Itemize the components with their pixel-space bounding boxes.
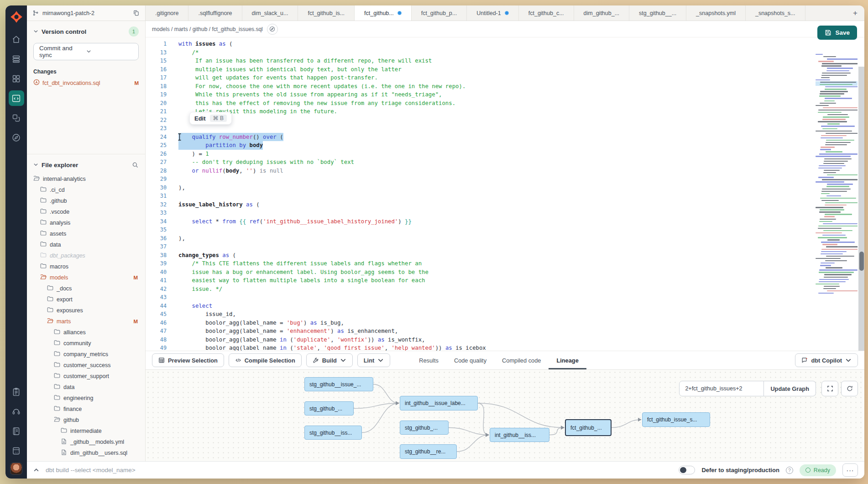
editor-tab[interactable]: .gitignore (146, 5, 188, 21)
code-line[interactable]: 18 For now, choose the one with more rec… (146, 82, 810, 91)
file-tree-item[interactable]: engineering (33, 393, 139, 404)
code-line[interactable]: 21 Let's revisit this modeling in the fu… (146, 107, 810, 116)
editor-tab[interactable]: .sqlfluffignore (188, 5, 242, 21)
new-tab-button[interactable]: + (846, 5, 864, 21)
file-tree-item[interactable]: _github__models.yml (33, 437, 139, 447)
chevron-up-icon[interactable] (33, 467, 39, 473)
help-support-icon[interactable] (9, 404, 24, 419)
file-tree-item[interactable]: alliances (33, 327, 139, 338)
file-tree-item[interactable]: modelsM (33, 272, 139, 283)
editor-tab[interactable]: _snapshots.yml (686, 5, 746, 21)
file-tree-item[interactable]: analysis (33, 217, 139, 228)
file-tree-item[interactable]: community (33, 338, 139, 349)
command-input[interactable]: dbt build --select <model_name> (46, 467, 672, 473)
code-line[interactable]: 39 /* This CTE flattens the different is… (146, 259, 810, 268)
file-explorer-header[interactable]: File explorer (33, 161, 139, 169)
lineage-node[interactable]: stg_github__issue_... (304, 377, 373, 391)
file-tree-item[interactable]: macros (33, 261, 139, 272)
code-line[interactable]: 33 (146, 209, 810, 217)
editor-tab[interactable]: Untitled-1 (467, 5, 519, 21)
file-tree-item[interactable]: customer_success (33, 360, 139, 371)
file-tree-item[interactable]: _docs (33, 283, 139, 294)
scrollbar-thumb[interactable] (859, 252, 864, 271)
copy-branch-icon[interactable] (133, 10, 140, 16)
code-line[interactable]: 35 (146, 226, 810, 234)
documentation-icon[interactable] (9, 423, 24, 439)
code-line[interactable]: 20 this has the effect of removing the n… (146, 99, 810, 108)
file-tree-item[interactable]: internal-analytics (33, 174, 139, 184)
minimap[interactable] (816, 54, 858, 310)
lineage-node[interactable]: int_github__issue_labe... (400, 396, 478, 410)
organization-icon[interactable] (9, 443, 24, 458)
version-control-header[interactable]: Version control 1 (33, 26, 139, 37)
lineage-node[interactable]: stg_github__iss... (304, 426, 362, 440)
editor-tab[interactable]: fct_github_is... (298, 5, 355, 21)
file-tree-item[interactable]: github (33, 415, 139, 426)
deploy-icon[interactable] (9, 51, 24, 67)
code-line[interactable]: 36), (146, 234, 810, 243)
lineage-selector-input[interactable] (679, 381, 764, 396)
dbt-logo-icon[interactable] (9, 9, 24, 25)
search-icon[interactable] (132, 162, 139, 168)
tab-lineage[interactable]: Lineage (549, 351, 586, 369)
code-line[interactable]: 19 While this prevents the old issue fro… (146, 90, 810, 99)
build-button[interactable]: Build (306, 353, 353, 367)
code-line[interactable]: 23 (146, 124, 810, 133)
file-tree-item[interactable]: .vscode (33, 206, 139, 217)
help-icon[interactable]: ? (786, 467, 793, 474)
code-line[interactable]: 31 (146, 192, 810, 200)
preview-selection-button[interactable]: Preview Selection (152, 353, 224, 367)
changed-file-item[interactable]: fct_dbt_invocations.sqlM (33, 79, 139, 87)
code-line[interactable]: 24 qualify row_number() over ( (146, 133, 810, 142)
editor-tab[interactable]: fct_github_c... (519, 5, 574, 21)
git-branch-chip[interactable]: mirnawong1-patch-2 (27, 5, 146, 21)
code-ide-icon[interactable] (9, 90, 24, 106)
file-tree-item[interactable]: .ci_cd (33, 184, 139, 195)
code-line[interactable]: 17 will get updates for events that happ… (146, 74, 810, 82)
file-tree-item[interactable]: export (33, 294, 139, 305)
code-line[interactable]: 16 multiple issues with identical body t… (146, 65, 810, 74)
explore-icon[interactable] (9, 130, 24, 145)
fullscreen-icon[interactable] (821, 381, 838, 396)
lint-button[interactable]: Lint (357, 353, 390, 367)
refresh-icon[interactable] (841, 381, 858, 396)
editor-tab[interactable]: _snapshots_s... (746, 5, 805, 21)
tab-compiled-code[interactable]: Compiled code (494, 351, 549, 369)
user-avatar[interactable] (10, 463, 22, 475)
file-tree-item[interactable]: .github (33, 195, 139, 206)
file-tree-item[interactable]: dim_github__users.sql (33, 447, 139, 458)
lineage-node[interactable]: fct_github_issue_s... (642, 412, 710, 427)
code-line[interactable]: 25 partition by body (146, 141, 810, 150)
file-tree-item[interactable]: finance (33, 404, 139, 415)
editor-tab[interactable]: stg_github__... (629, 5, 686, 21)
code-line[interactable]: 42 issue. */ (146, 285, 810, 294)
compass-icon[interactable] (267, 24, 278, 35)
code-line[interactable]: 26 ) = 1 (146, 150, 810, 158)
editor-tab[interactable]: fct_github_p... (412, 5, 467, 21)
code-line[interactable]: 49 boolor_agg(label_name in ('stale', 'g… (146, 344, 810, 351)
lineage-node[interactable]: stg_github_... (304, 401, 354, 416)
code-line[interactable]: 28 or nullif(body, '') is null (146, 167, 810, 175)
code-line[interactable]: 48 boolor_agg(label_name in ('duplicate'… (146, 336, 810, 344)
lineage-node[interactable]: stg_github_... (400, 421, 449, 435)
tab-code-quality[interactable]: Code quality (446, 351, 494, 369)
lineage-node[interactable]: stg_github__re... (400, 444, 457, 459)
version-control-icon[interactable] (9, 110, 24, 126)
file-tree-item[interactable]: company_metrics (33, 349, 139, 360)
code-line[interactable]: 1with issues as ( (146, 40, 810, 48)
compile-selection-button[interactable]: Compile Selection (229, 353, 302, 367)
editor-tab[interactable]: fct_github... (355, 5, 412, 21)
lineage-node[interactable]: int_github__iss... (490, 428, 549, 442)
commit-and-sync-button[interactable]: Commit and sync (33, 43, 139, 60)
code-line[interactable]: 37 (146, 242, 810, 251)
code-line[interactable]: 46 boolor_agg(label_name = 'bug') as is_… (146, 319, 810, 327)
file-tree-item[interactable]: dbt_packages (33, 250, 139, 261)
code-line[interactable]: 30), (146, 184, 810, 192)
save-button[interactable]: Save (817, 26, 857, 40)
file-tree-item[interactable]: data (33, 382, 139, 393)
code-line[interactable]: 47 boolor_agg(label_name = 'enhancement'… (146, 327, 810, 336)
code-line[interactable]: 34 select * from {{ ref('int_github__iss… (146, 217, 810, 226)
code-line[interactable]: 44 select (146, 302, 810, 310)
tab-results[interactable]: Results (411, 351, 446, 369)
code-line[interactable]: 40 issue has a bug or enhancement label.… (146, 268, 810, 277)
